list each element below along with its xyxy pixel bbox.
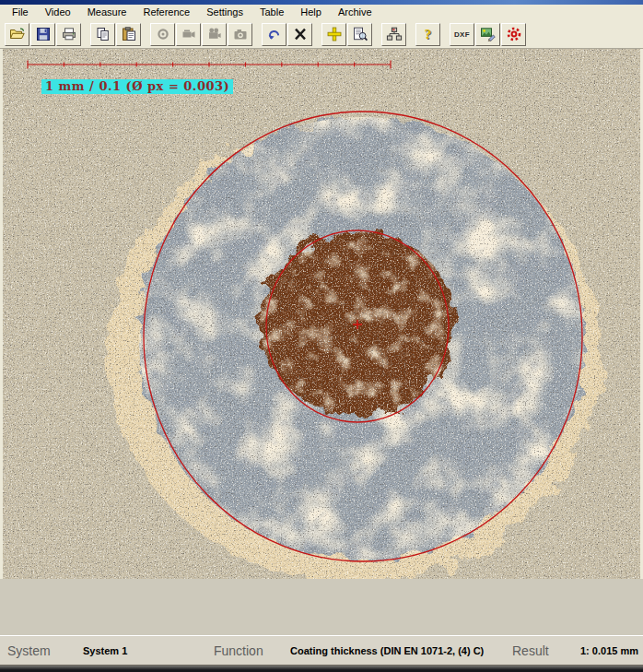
flowchart-icon [386,27,403,41]
copy-button[interactable] [90,23,115,46]
menu-help[interactable]: Help [292,6,330,19]
function-label: Function [214,643,263,658]
system-label: System [7,643,51,658]
save-button[interactable] [30,23,55,46]
settings-button[interactable] [501,23,526,46]
film-grain [3,49,640,579]
undo-arrow-icon [266,27,283,41]
preview-button[interactable] [347,23,372,46]
dxf-button[interactable]: DXF [450,23,474,46]
structure-button[interactable] [381,23,406,46]
workspace-background [0,579,643,635]
scale-label: 1 mm / 0.1 (Ø px = 0.003) [41,79,233,94]
paste-clipboard-icon [121,27,137,41]
paste-button[interactable] [116,23,141,46]
open-folder-icon [9,27,26,41]
crosshair-icon [326,27,343,41]
delete-x-icon [292,27,309,41]
question-mark-icon: ? [425,27,432,42]
system-value: System 1 [83,645,127,656]
menu-bar: File Video Measure Reference Settings Ta… [0,5,643,20]
video-source-button [176,23,201,46]
window-bottom-edge [0,666,643,672]
specimen-viewer[interactable]: 1 mm / 0.1 (Ø px = 0.003) [3,49,640,579]
movie-camera-icon [206,27,223,41]
open-button[interactable] [5,23,29,46]
menu-reference[interactable]: Reference [134,6,198,19]
menu-video[interactable]: Video [37,6,79,19]
menu-archive[interactable]: Archive [330,6,380,19]
document-magnifier-icon [352,27,368,41]
menu-file[interactable]: File [4,6,37,19]
copy-icon [95,27,111,41]
image-export-icon [480,27,497,41]
print-button[interactable] [56,23,81,46]
result-label: Result [512,643,549,658]
video-camera-icon [181,27,197,41]
delete-button[interactable] [287,23,312,46]
undo-button[interactable] [262,23,286,46]
printer-icon [61,27,77,41]
export-image-button[interactable] [475,23,500,46]
dxf-text-icon: DXF [454,30,470,39]
snapshot-button [228,23,252,46]
function-value: Coating thickness (DIN EN 1071-2, (4) C) [290,645,484,656]
menu-settings[interactable]: Settings [198,6,251,19]
status-bar: System System 1 Function Coating thickne… [0,635,643,666]
result-value: 1: 0.015 mm [580,645,638,656]
gear-icon [506,27,522,41]
help-button[interactable]: ? [415,23,440,46]
menu-measure[interactable]: Measure [79,6,135,19]
eye-icon [155,27,171,41]
specimen-image[interactable] [3,49,640,579]
photo-camera-icon [232,27,249,41]
live-image-button [150,23,175,46]
floppy-disk-icon [35,27,52,41]
toolbar: ? DXF [0,20,643,49]
film-button [202,23,227,46]
menu-table[interactable]: Table [251,6,292,19]
crosshair-button[interactable] [322,23,346,46]
